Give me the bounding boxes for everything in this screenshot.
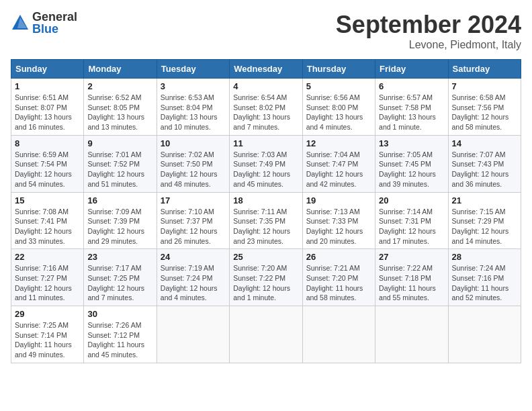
- calendar-cell: 30 Sunrise: 7:26 AM Sunset: 7:12 PM Dayl…: [84, 306, 157, 363]
- sunrise: Sunrise: 7:07 AM: [452, 150, 517, 160]
- sunset: Sunset: 8:04 PM: [161, 103, 226, 113]
- calendar-cell: [157, 306, 229, 363]
- daylight: Daylight: 12 hours and 23 minutes.: [233, 226, 298, 246]
- day-header-sunday: Sunday: [11, 60, 84, 79]
- daylight: Daylight: 12 hours and 33 minutes.: [15, 226, 80, 246]
- logo-text: General Blue: [32, 11, 77, 35]
- daylight: Daylight: 11 hours and 45 minutes.: [87, 340, 152, 359]
- calendar-cell: 5 Sunrise: 6:56 AM Sunset: 8:00 PM Dayli…: [302, 79, 375, 136]
- day-detail: Sunrise: 7:16 AM Sunset: 7:27 PM Dayligh…: [15, 263, 80, 303]
- calendar-cell: 6 Sunrise: 6:57 AM Sunset: 7:58 PM Dayli…: [375, 79, 448, 136]
- day-detail: Sunrise: 7:04 AM Sunset: 7:47 PM Dayligh…: [306, 150, 371, 189]
- sunset: Sunset: 7:31 PM: [379, 216, 444, 226]
- day-number: 28: [452, 252, 517, 262]
- month-title: September 2024: [336, 11, 521, 39]
- sunset: Sunset: 7:52 PM: [87, 159, 152, 169]
- day-number: 16: [87, 195, 152, 205]
- day-detail: Sunrise: 7:19 AM Sunset: 7:24 PM Dayligh…: [161, 263, 226, 303]
- daylight: Daylight: 13 hours and 13 minutes.: [87, 112, 152, 132]
- calendar-cell: 23 Sunrise: 7:17 AM Sunset: 7:25 PM Dayl…: [84, 249, 157, 306]
- calendar-cell: 7 Sunrise: 6:58 AM Sunset: 7:56 PM Dayli…: [448, 79, 521, 136]
- day-number: 1: [15, 81, 80, 91]
- day-header-wednesday: Wednesday: [230, 60, 302, 79]
- sunrise: Sunrise: 7:10 AM: [161, 207, 226, 217]
- daylight: Daylight: 12 hours and 1 minute.: [233, 283, 298, 303]
- calendar-cell: 28 Sunrise: 7:24 AM Sunset: 7:16 PM Dayl…: [448, 249, 521, 306]
- calendar-cell: 19 Sunrise: 7:13 AM Sunset: 7:33 PM Dayl…: [302, 192, 375, 249]
- sunset: Sunset: 7:47 PM: [306, 159, 371, 169]
- day-number: 12: [306, 138, 371, 148]
- day-number: 5: [306, 81, 371, 91]
- sunrise: Sunrise: 7:25 AM: [15, 320, 80, 330]
- calendar-week-4: 22 Sunrise: 7:16 AM Sunset: 7:27 PM Dayl…: [11, 249, 521, 306]
- daylight: Daylight: 12 hours and 36 minutes.: [452, 169, 517, 189]
- calendar-cell: 2 Sunrise: 6:52 AM Sunset: 8:05 PM Dayli…: [84, 79, 157, 136]
- sunrise: Sunrise: 7:21 AM: [306, 263, 371, 273]
- day-header-thursday: Thursday: [302, 60, 375, 79]
- sunrise: Sunrise: 7:05 AM: [379, 150, 444, 160]
- sunset: Sunset: 7:22 PM: [233, 273, 298, 283]
- day-detail: Sunrise: 7:13 AM Sunset: 7:33 PM Dayligh…: [306, 207, 371, 246]
- day-number: 11: [233, 138, 298, 148]
- logo-icon: [11, 13, 30, 32]
- daylight: Daylight: 12 hours and 58 minutes.: [452, 112, 517, 132]
- sunset: Sunset: 7:33 PM: [306, 216, 371, 226]
- calendar-cell: 8 Sunrise: 6:59 AM Sunset: 7:54 PM Dayli…: [11, 135, 84, 192]
- sunset: Sunset: 8:05 PM: [87, 103, 152, 113]
- calendar-cell: 3 Sunrise: 6:53 AM Sunset: 8:04 PM Dayli…: [157, 79, 229, 136]
- calendar-week-5: 29 Sunrise: 7:25 AM Sunset: 7:14 PM Dayl…: [11, 306, 521, 363]
- day-number: 22: [15, 252, 80, 262]
- sunset: Sunset: 7:39 PM: [87, 216, 152, 226]
- daylight: Daylight: 12 hours and 26 minutes.: [161, 226, 226, 246]
- calendar-cell: 10 Sunrise: 7:02 AM Sunset: 7:50 PM Dayl…: [157, 135, 229, 192]
- day-number: 8: [15, 138, 80, 148]
- sunset: Sunset: 7:58 PM: [379, 103, 444, 113]
- sunrise: Sunrise: 7:03 AM: [233, 150, 298, 160]
- sunrise: Sunrise: 7:24 AM: [452, 263, 517, 273]
- logo-general: General: [32, 11, 77, 23]
- sunset: Sunset: 7:41 PM: [15, 216, 80, 226]
- logo: General Blue: [11, 11, 77, 35]
- calendar-cell: 29 Sunrise: 7:25 AM Sunset: 7:14 PM Dayl…: [11, 306, 84, 363]
- day-header-saturday: Saturday: [448, 60, 521, 79]
- sunset: Sunset: 7:14 PM: [15, 330, 80, 340]
- day-detail: Sunrise: 7:11 AM Sunset: 7:35 PM Dayligh…: [233, 207, 298, 246]
- day-number: 7: [452, 81, 517, 91]
- sunset: Sunset: 7:43 PM: [452, 159, 517, 169]
- sunrise: Sunrise: 6:57 AM: [379, 93, 444, 103]
- day-detail: Sunrise: 7:05 AM Sunset: 7:45 PM Dayligh…: [379, 150, 444, 189]
- sunset: Sunset: 7:37 PM: [161, 216, 226, 226]
- sunrise: Sunrise: 7:01 AM: [87, 150, 152, 160]
- sunset: Sunset: 8:07 PM: [15, 103, 80, 113]
- day-detail: Sunrise: 7:10 AM Sunset: 7:37 PM Dayligh…: [161, 207, 226, 246]
- day-detail: Sunrise: 6:59 AM Sunset: 7:54 PM Dayligh…: [15, 150, 80, 189]
- calendar-cell: 15 Sunrise: 7:08 AM Sunset: 7:41 PM Dayl…: [11, 192, 84, 249]
- calendar-cell: [375, 306, 448, 363]
- sunrise: Sunrise: 6:53 AM: [161, 93, 226, 103]
- daylight: Daylight: 11 hours and 49 minutes.: [15, 340, 80, 359]
- daylight: Daylight: 13 hours and 7 minutes.: [233, 112, 298, 132]
- day-number: 21: [452, 195, 517, 205]
- calendar-cell: [302, 306, 375, 363]
- sunrise: Sunrise: 7:26 AM: [87, 320, 152, 330]
- day-detail: Sunrise: 7:09 AM Sunset: 7:39 PM Dayligh…: [87, 207, 152, 246]
- day-number: 26: [306, 252, 371, 262]
- daylight: Daylight: 12 hours and 14 minutes.: [452, 226, 517, 246]
- header-row: SundayMondayTuesdayWednesdayThursdayFrid…: [11, 60, 521, 79]
- sunrise: Sunrise: 6:59 AM: [15, 150, 80, 160]
- day-detail: Sunrise: 7:02 AM Sunset: 7:50 PM Dayligh…: [161, 150, 226, 189]
- daylight: Daylight: 11 hours and 58 minutes.: [306, 283, 371, 303]
- calendar-cell: 16 Sunrise: 7:09 AM Sunset: 7:39 PM Dayl…: [84, 192, 157, 249]
- sunset: Sunset: 7:35 PM: [233, 216, 298, 226]
- day-number: 13: [379, 138, 444, 148]
- location: Levone, Piedmont, Italy: [336, 39, 521, 51]
- daylight: Daylight: 12 hours and 20 minutes.: [306, 226, 371, 246]
- sunset: Sunset: 7:56 PM: [452, 103, 517, 113]
- sunset: Sunset: 7:27 PM: [15, 273, 80, 283]
- day-detail: Sunrise: 7:21 AM Sunset: 7:20 PM Dayligh…: [306, 263, 371, 303]
- day-detail: Sunrise: 7:22 AM Sunset: 7:18 PM Dayligh…: [379, 263, 444, 303]
- daylight: Daylight: 12 hours and 39 minutes.: [379, 169, 444, 189]
- calendar-cell: 20 Sunrise: 7:14 AM Sunset: 7:31 PM Dayl…: [375, 192, 448, 249]
- sunrise: Sunrise: 7:14 AM: [379, 207, 444, 217]
- day-number: 14: [452, 138, 517, 148]
